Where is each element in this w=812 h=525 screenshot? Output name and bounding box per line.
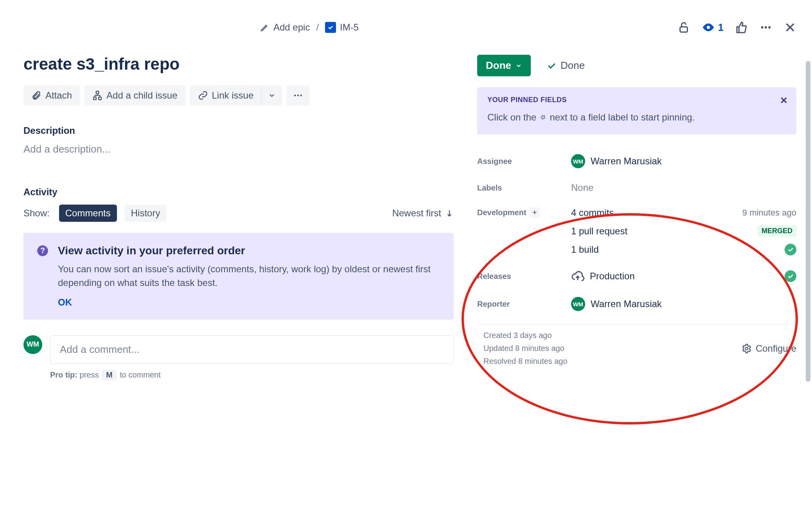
configure-button[interactable]: Configure	[742, 331, 796, 366]
tab-comments[interactable]: Comments	[59, 205, 117, 222]
activity-controls: Show: Comments History Newest first	[23, 205, 454, 222]
labels-label: Labels	[477, 183, 571, 192]
pro-tip-key: M	[102, 370, 116, 380]
assignee-avatar: WM	[571, 154, 585, 168]
issue-key-link[interactable]: IM-5	[325, 22, 359, 33]
release-success-icon	[785, 270, 796, 282]
question-circle-icon: ?	[37, 245, 49, 257]
field-releases[interactable]: Releases Production	[477, 262, 796, 290]
resolution-text: Done	[560, 59, 585, 72]
pro-tip: Pro tip: press M to comment	[50, 370, 454, 380]
sort-toggle[interactable]: Newest first	[392, 208, 454, 219]
resolution-indicator: Done	[546, 59, 585, 72]
status-button-label: Done	[486, 59, 511, 72]
vote-button[interactable]	[735, 21, 748, 34]
add-child-issue-button[interactable]: Add a child issue	[84, 85, 185, 106]
dev-pr-text: 1 pull request	[571, 226, 627, 237]
svg-rect-5	[96, 91, 99, 94]
header-actions: 1	[677, 21, 796, 34]
link-issue-button[interactable]: Link issue	[190, 85, 262, 106]
pinned-fields-title: YOUR PINNED FIELDS	[487, 96, 786, 104]
field-labels[interactable]: Labels None	[477, 175, 796, 200]
svg-text:?: ?	[40, 246, 45, 255]
field-reporter[interactable]: Reporter WM Warren Marusiak	[477, 290, 796, 318]
gear-icon	[742, 343, 752, 354]
issue-header: Add epic / IM-5 1	[23, 16, 796, 39]
reporter-label: Reporter	[477, 300, 571, 309]
left-column: create s3_infra repo Attach Add a child …	[23, 55, 454, 380]
pencil-icon	[260, 23, 269, 32]
description-field[interactable]: Add a description...	[23, 143, 454, 155]
dots-horizontal-icon	[293, 90, 303, 101]
pro-tip-suffix: to comment	[120, 370, 160, 379]
close-button[interactable]	[784, 21, 796, 34]
activity-order-banner: ? View activity in your preferred order …	[23, 233, 454, 320]
attach-button[interactable]: Attach	[23, 85, 80, 106]
dots-horizontal-icon	[760, 21, 772, 34]
pinned-fields-box: YOUR PINNED FIELDS Click on the next to …	[477, 87, 796, 135]
user-avatar: WM	[23, 335, 42, 354]
issue-meta: Created 3 days ago Updated 8 minutes ago…	[477, 331, 796, 366]
pinned-close-button[interactable]: ✕	[780, 95, 788, 106]
sort-label: Newest first	[392, 208, 441, 219]
more-actions-button[interactable]	[760, 21, 772, 34]
description-label: Description	[23, 125, 454, 136]
reporter-avatar: WM	[571, 297, 585, 311]
check-icon	[546, 61, 557, 71]
dev-build-row[interactable]: 1 build	[571, 244, 796, 255]
sort-down-icon	[445, 209, 454, 218]
attachment-icon	[31, 90, 41, 101]
development-label-text: Development	[477, 208, 526, 217]
issue-actions: Attach Add a child issue Link issue	[23, 85, 454, 106]
security-button[interactable]	[677, 21, 690, 34]
comment-input[interactable]: Add a comment...	[50, 335, 454, 364]
field-development: Development 4 commits 9 minutes ago 1 pu…	[477, 200, 796, 262]
svg-rect-7	[99, 97, 101, 100]
pinned-body-post: next to a field label to start pinning.	[550, 112, 695, 123]
unlock-icon	[677, 21, 690, 34]
status-dropdown[interactable]: Done	[477, 55, 531, 76]
chevron-down-icon	[268, 92, 276, 99]
banner-ok-button[interactable]: OK	[58, 297, 440, 308]
dev-pr-row[interactable]: 1 pull request MERGED	[571, 225, 796, 237]
task-icon	[325, 22, 336, 33]
svg-rect-6	[93, 97, 96, 100]
dev-commits-text: 4 commits	[571, 207, 614, 218]
right-column: Done Done YOUR PINNED FIELDS Click on th…	[477, 55, 796, 380]
dev-commits-time: 9 minutes ago	[742, 208, 796, 218]
assignee-label: Assignee	[477, 157, 571, 166]
issue-content: create s3_infra repo Attach Add a child …	[23, 55, 796, 380]
issue-key-text: IM-5	[340, 22, 359, 33]
watch-count: 1	[718, 22, 724, 34]
updated-date: Updated 8 minutes ago	[483, 344, 568, 353]
tab-history[interactable]: History	[125, 205, 167, 222]
watch-button[interactable]: 1	[702, 21, 724, 34]
reporter-name: Warren Marusiak	[591, 298, 662, 309]
pin-icon	[539, 113, 547, 122]
breadcrumb-separator: /	[316, 22, 319, 33]
banner-title: View activity in your preferred order	[58, 245, 245, 257]
attach-label: Attach	[45, 90, 72, 101]
activity-show-label: Show:	[23, 208, 50, 219]
field-assignee[interactable]: Assignee WM Warren Marusiak	[477, 147, 796, 175]
link-issue-label: Link issue	[212, 90, 254, 101]
created-date: Created 3 days ago	[483, 331, 568, 340]
thumbs-up-icon	[735, 21, 748, 34]
add-epic-label: Add epic	[273, 22, 310, 33]
link-issue-dropdown[interactable]	[262, 85, 282, 106]
comment-composer: WM Add a comment...	[23, 335, 454, 364]
svg-point-8	[294, 95, 296, 96]
dev-commits-row[interactable]: 4 commits 9 minutes ago	[571, 207, 796, 218]
svg-rect-0	[680, 27, 687, 32]
labels-value: None	[571, 182, 796, 193]
svg-point-3	[765, 26, 767, 29]
releases-value: Production	[590, 271, 635, 282]
pro-tip-press: press	[80, 370, 99, 379]
configure-label: Configure	[756, 343, 796, 354]
issue-title[interactable]: create s3_infra repo	[23, 55, 454, 74]
scrollbar[interactable]	[806, 61, 810, 382]
add-epic-link[interactable]: Add epic	[260, 22, 310, 33]
more-content-actions[interactable]	[287, 85, 309, 106]
merged-badge: MERGED	[758, 225, 796, 237]
development-add-button[interactable]	[530, 207, 540, 218]
